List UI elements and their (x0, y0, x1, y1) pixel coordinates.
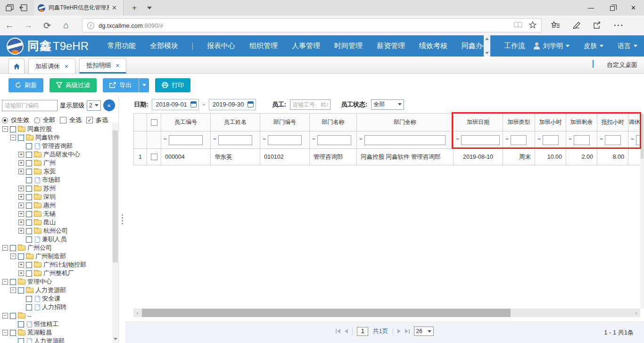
tree-node[interactable]: −管理中心 (0, 278, 112, 286)
column-header[interactable]: 员工姓名 (211, 114, 260, 131)
expand-toggle-icon[interactable]: + (18, 203, 24, 208)
date-to-input[interactable]: 2019-09-30 (209, 99, 256, 110)
tree-node[interactable]: 兼职人员 (0, 235, 112, 244)
employee-status-select[interactable]: 全部 (371, 99, 404, 110)
expand-toggle-icon[interactable]: + (18, 270, 24, 276)
tree-node-checkbox[interactable] (26, 177, 32, 183)
vertical-scrollbar[interactable] (640, 113, 644, 309)
tree-node[interactable]: −-- (0, 311, 112, 320)
expand-toggle-icon[interactable]: − (10, 287, 16, 293)
column-filter-input[interactable] (543, 135, 559, 145)
expand-toggle-icon[interactable]: + (18, 194, 24, 200)
page-tab[interactable]: 抵扣明细× (79, 58, 126, 74)
column-filter-input[interactable] (169, 135, 203, 145)
export-dropdown-caret[interactable] (139, 78, 149, 92)
expand-toggle-icon[interactable]: − (2, 126, 8, 132)
tree-node[interactable]: −同鑫控股 (0, 125, 112, 133)
tree-node[interactable]: 市场部 (0, 176, 112, 184)
scroll-right-icon[interactable]: › (632, 309, 640, 317)
page-tab[interactable]: 加班调休× (28, 58, 75, 74)
panel-splitter[interactable] (118, 96, 125, 343)
tree-node-checkbox[interactable] (26, 304, 32, 310)
forward-icon[interactable]: → (19, 20, 38, 31)
nav-item[interactable]: 组织管理 (249, 41, 278, 50)
tab-close-icon[interactable]: × (65, 63, 68, 70)
tree-node[interactable]: −芜湖毅昌 (0, 328, 112, 337)
nav-scroll-down-icon[interactable] (485, 52, 489, 54)
set-tabs-aside-icon[interactable] (19, 4, 27, 11)
language-menu[interactable]: 语言 (618, 42, 637, 50)
last-page-button[interactable] (405, 329, 410, 334)
radio-active-only[interactable] (2, 117, 8, 123)
restore-icon[interactable] (602, 0, 623, 16)
tree-node[interactable]: +广州 (0, 159, 112, 167)
expand-toggle-icon[interactable]: + (18, 228, 24, 234)
user-menu[interactable]: 刘学明 (533, 42, 570, 50)
nav-item[interactable]: 工作流 (504, 41, 525, 50)
refresh-page-icon[interactable]: ⟳ (38, 20, 57, 31)
row-checkbox[interactable] (151, 154, 157, 160)
expand-toggle-icon[interactable]: − (10, 135, 16, 140)
calendar-icon[interactable] (190, 101, 197, 107)
tree-node-checkbox[interactable] (18, 135, 24, 141)
column-header[interactable]: 抵扣小时 (597, 114, 628, 131)
tree-node[interactable]: −人力资源部 (0, 286, 112, 294)
level-select[interactable]: 2 (87, 100, 101, 111)
nav-item[interactable]: 全部模块 (150, 41, 178, 50)
tree-node-checkbox[interactable] (26, 211, 32, 217)
expand-toggle-icon[interactable]: + (18, 186, 24, 191)
column-filter-input[interactable] (461, 135, 500, 145)
column-filter-input[interactable] (268, 135, 302, 145)
reading-view-icon[interactable] (514, 22, 522, 30)
expand-toggle-icon[interactable]: − (2, 279, 8, 285)
tree-node[interactable]: +广州整机厂 (0, 269, 112, 278)
tree-scroll-thumb[interactable] (113, 131, 118, 262)
tree-node-checkbox[interactable] (26, 194, 32, 200)
column-header[interactable]: 加班类型 (503, 114, 535, 131)
tree-node[interactable]: 人力招聘 (0, 303, 112, 311)
favorites-list-icon[interactable] (551, 21, 560, 30)
select-all-checkbox[interactable] (60, 117, 66, 123)
tree-node-checkbox[interactable] (10, 245, 16, 251)
next-page-button[interactable] (397, 329, 401, 334)
date-from-input[interactable]: 2018-09-01 (152, 99, 199, 110)
tree-node[interactable]: −广州公司 (0, 244, 112, 252)
back-icon[interactable]: ← (0, 20, 19, 31)
tree-node-checkbox[interactable] (10, 126, 16, 132)
hscroll-thumb[interactable] (142, 309, 511, 317)
tree-node-checkbox[interactable] (10, 313, 16, 319)
close-window-icon[interactable]: ✕ (623, 0, 644, 16)
column-header[interactable]: 部门全称 (357, 114, 454, 131)
tree-node-checkbox[interactable] (26, 296, 32, 302)
tree-scrollbar[interactable] (112, 123, 118, 343)
nav-item[interactable]: 报表中心 (207, 41, 235, 50)
horizontal-scrollbar[interactable]: ‹ › (133, 309, 640, 317)
nav-scroll-widget[interactable] (484, 35, 490, 57)
tree-node-checkbox[interactable] (26, 143, 32, 149)
column-filter-input[interactable] (574, 135, 590, 145)
expand-toggle-icon[interactable]: − (2, 313, 8, 318)
tree-node[interactable]: 管理咨询部 (0, 142, 112, 150)
tab-close-icon[interactable]: ✕ (112, 4, 117, 11)
tree-node-checkbox[interactable] (18, 338, 24, 343)
tree-node[interactable]: 安全课 (0, 294, 112, 303)
collapse-panel-button[interactable]: « (103, 99, 115, 111)
calendar-icon[interactable] (248, 101, 254, 107)
expand-toggle-icon[interactable]: − (2, 245, 8, 251)
column-filter-input[interactable] (218, 135, 252, 145)
custom-desktop-button[interactable]: 自定义桌面 (593, 60, 637, 69)
tree-node-checkbox[interactable] (26, 270, 32, 277)
tree-node[interactable]: −广州制造部 (0, 252, 112, 261)
table-row[interactable]: 1000004华东英010102管理咨询部同鑫控股 同鑫软件 管理咨询部2019… (134, 149, 641, 165)
page-size-select[interactable]: 26 (414, 327, 434, 336)
column-filter-input[interactable] (511, 135, 527, 145)
tree-node-checkbox[interactable] (26, 160, 32, 166)
tree-node[interactable]: +昆山 (0, 218, 112, 227)
column-filter-input[interactable] (364, 135, 446, 145)
select-all-checkbox[interactable] (151, 119, 157, 126)
scroll-down-icon[interactable] (114, 338, 117, 340)
favorite-star-icon[interactable] (529, 21, 537, 30)
column-filter-input[interactable] (317, 135, 351, 145)
home-browser-icon[interactable]: ⌂ (57, 20, 75, 31)
expand-toggle-icon[interactable]: − (10, 253, 16, 259)
